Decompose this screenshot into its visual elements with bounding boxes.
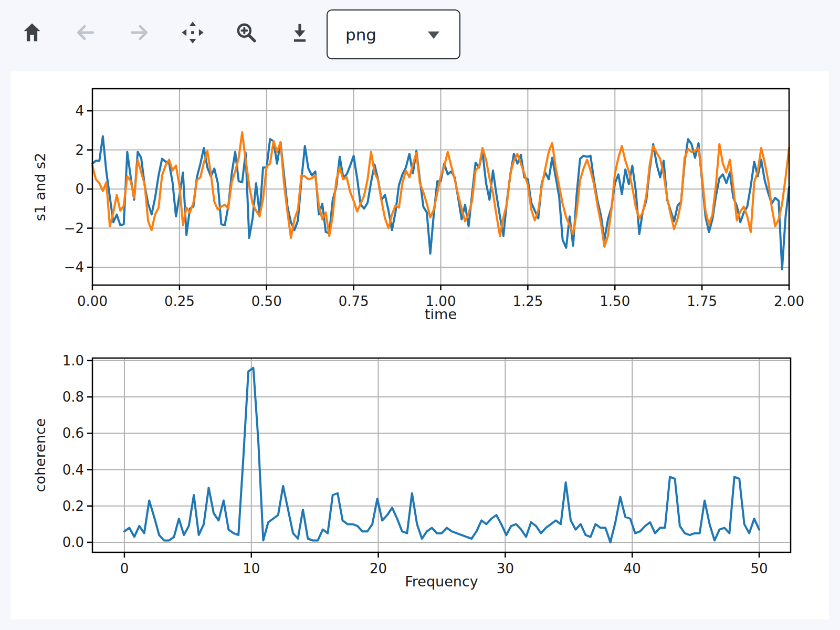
axes-signals[interactable]: s1 and s2 time 0.000.250.500.751.001.251…: [92, 89, 789, 285]
back-button[interactable]: [73, 19, 98, 46]
y-tick-label: 4: [75, 103, 84, 119]
move-icon: [181, 20, 205, 45]
plot-area-svg: [92, 89, 789, 285]
x-tick-label: 1.75: [687, 293, 717, 309]
axes-coherence[interactable]: coherence Frequency 010203040500.00.20.4…: [92, 358, 791, 552]
figure-canvas: s1 and s2 time 0.000.250.500.751.001.251…: [10, 71, 829, 620]
x-tick-label: 2.00: [774, 293, 804, 309]
forward-button[interactable]: [127, 19, 152, 46]
x-tick-label: 0.00: [77, 293, 108, 309]
y-tick-label: 1.0: [62, 353, 84, 369]
x-tick-label: 1.25: [512, 293, 543, 309]
coherence-series-line: [124, 368, 759, 542]
y-tick-label: 0.6: [62, 425, 84, 441]
plot-toolbar: [19, 19, 312, 46]
page: { "toolbar": { "format_select": { "value…: [0, 0, 840, 630]
download-icon: [288, 21, 311, 44]
format-dropdown[interactable]: png: [327, 9, 460, 59]
plot-area-svg: [92, 358, 791, 552]
x-tick-label: 0: [120, 561, 129, 576]
zoom-button[interactable]: [234, 19, 259, 46]
download-button[interactable]: [287, 19, 312, 46]
y-tick-label: 0.2: [62, 498, 84, 514]
x-tick-label: 1.00: [426, 293, 456, 309]
y-tick-label: 0.0: [62, 534, 84, 550]
x-tick-label: 30: [497, 561, 514, 576]
zoom-in-magnifier-icon: [235, 21, 258, 44]
arrow-left-icon: [74, 21, 97, 44]
chevron-down-icon: [428, 32, 439, 39]
x-tick-label: 0.25: [164, 293, 195, 309]
format-dropdown-value: png: [345, 25, 376, 44]
y-axis-label: s1 and s2: [32, 153, 48, 221]
home-button[interactable]: [19, 19, 45, 46]
y-axis-label: coherence: [32, 418, 48, 492]
x-tick-label: 50: [750, 561, 768, 576]
y-tick-label: −4: [64, 259, 84, 275]
arrow-right-icon: [128, 21, 151, 44]
y-tick-label: 2: [75, 142, 84, 158]
x-tick-label: 0.50: [251, 293, 282, 309]
y-tick-label: −2: [64, 220, 84, 236]
y-tick-label: 0.8: [62, 389, 84, 405]
home-icon: [20, 21, 44, 44]
pan-button[interactable]: [180, 19, 205, 46]
x-tick-label: 40: [624, 561, 641, 576]
x-tick-label: 1.50: [600, 293, 630, 309]
y-tick-label: 0.4: [62, 462, 84, 478]
x-axis-label: Frequency: [405, 573, 478, 590]
y-tick-label: 0: [75, 181, 84, 197]
x-tick-label: 10: [243, 561, 260, 576]
x-tick-label: 20: [370, 561, 387, 576]
x-tick-label: 0.75: [339, 293, 369, 309]
